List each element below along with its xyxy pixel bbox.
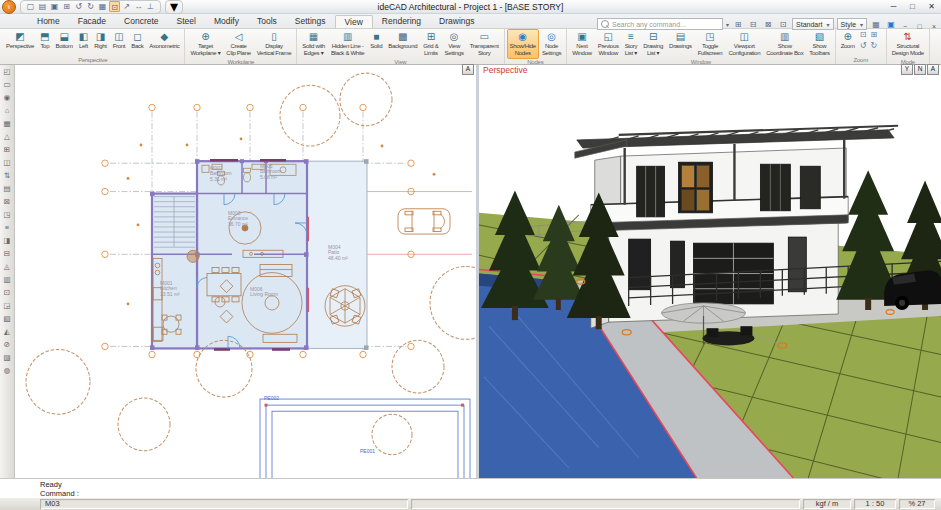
perspective-corner-button-a[interactable]: A <box>927 64 939 75</box>
perspective-viewport[interactable]: Perspective YNA <box>479 63 941 478</box>
perspective-corner-button-n[interactable]: N <box>914 64 926 75</box>
zoom-previous-button[interactable]: ↺ <box>858 40 869 51</box>
measure-icon[interactable]: ↗ <box>121 1 132 12</box>
bottom-button[interactable]: ⬓Bottom <box>53 29 76 57</box>
tab-rendering[interactable]: Rendering <box>373 15 430 28</box>
delete-style-icon[interactable]: ⊠ <box>762 19 774 30</box>
tab-view[interactable]: View <box>335 15 373 28</box>
dimension-tool-icon[interactable]: ⊟ <box>1 248 13 259</box>
standart-combo[interactable]: Standart ▾ <box>792 18 833 30</box>
show-hide-nodes-button[interactable]: ◉Show/Hide Nodes <box>507 29 539 59</box>
tab-facade[interactable]: Facade <box>69 15 115 28</box>
column-tool-icon[interactable]: ▦ <box>1 118 13 129</box>
door-tool-icon[interactable]: ⇅ <box>1 170 13 181</box>
new-file-icon[interactable]: ▢ <box>25 1 36 12</box>
drawing-list-button[interactable]: ⊟Drawing List ▾ <box>640 29 666 59</box>
hidden-line-black-white-button[interactable]: ▥Hidden Line - Black & White <box>328 29 367 59</box>
target-workplane-button[interactable]: ⊕Target Workplane ▾ <box>187 29 223 59</box>
axonometric-button[interactable]: ◆Axonometric <box>146 29 182 57</box>
style-manager-icon[interactable]: ▦ <box>870 19 882 30</box>
perspective-corner-button-y[interactable]: Y <box>901 64 913 75</box>
left-button[interactable]: ◧Left <box>76 29 91 57</box>
mirror-tool-icon[interactable]: ◭ <box>1 326 13 337</box>
zoom-button[interactable]: ⊕Zoom <box>838 29 858 57</box>
doc-restore-button[interactable]: □ <box>915 23 925 30</box>
doc-close-button[interactable]: × <box>929 23 939 30</box>
next-window-button[interactable]: ▣Next Window <box>569 29 595 59</box>
beam-tool-icon[interactable]: △ <box>1 131 13 142</box>
doc-minimize-button[interactable]: − <box>900 23 910 30</box>
tab-settings[interactable]: Settings <box>286 15 335 28</box>
close-button[interactable]: ✕ <box>922 0 941 13</box>
trim-tool-icon[interactable]: ⊘ <box>1 339 13 350</box>
plan-corner-button[interactable]: A <box>462 64 474 75</box>
plan-canvas[interactable] <box>14 63 476 478</box>
tab-drawings[interactable]: Drawings <box>430 15 483 28</box>
redo-icon[interactable]: ↻ <box>85 1 96 12</box>
toggle-fullscreen-button[interactable]: ◳Toggle Fullscreen <box>695 29 726 59</box>
window-tool-icon[interactable]: ▤ <box>1 183 13 194</box>
wall-tool-icon[interactable]: ⊞ <box>1 144 13 155</box>
text-tool-icon[interactable]: ◬ <box>1 261 13 272</box>
roof-tool-icon[interactable]: ◳ <box>1 209 13 220</box>
story-list-button[interactable]: ≡Story List ▾ <box>622 29 641 59</box>
tab-modify[interactable]: Modify <box>205 15 248 28</box>
layers-tool-icon[interactable]: ⌂ <box>1 105 13 116</box>
style-combo[interactable]: Style ▾ <box>837 18 868 30</box>
apply-style-icon[interactable]: ⊡ <box>777 19 789 30</box>
image-export-icon[interactable]: ▦ <box>97 1 108 12</box>
perspective-button[interactable]: ◩Perspective <box>3 29 37 57</box>
search-dropdown-icon[interactable]: ▾ <box>726 21 729 28</box>
tab-tools[interactable]: Tools <box>248 15 286 28</box>
dimension-icon[interactable]: ↔ <box>133 1 144 12</box>
quick-access-overflow-icon[interactable]: ▾ <box>165 0 183 14</box>
command-line-area[interactable]: Ready Command : <box>0 478 941 498</box>
rotate-tool-icon[interactable]: ▧ <box>1 313 13 324</box>
library-icon[interactable]: ⊞ <box>61 1 72 12</box>
back-button[interactable]: ◻Back <box>128 29 146 57</box>
view-settings-button[interactable]: ◎View Settings <box>441 29 466 59</box>
hatch-tool-icon[interactable]: ▥ <box>1 274 13 285</box>
maximize-button[interactable]: □ <box>903 0 922 13</box>
axis-icon[interactable]: ⊥ <box>145 1 156 12</box>
top-button[interactable]: ⬒Top <box>37 29 52 57</box>
show-toolbars-button[interactable]: ▧Show Toolbars <box>806 29 832 59</box>
slab-tool-icon[interactable]: ◫ <box>1 157 13 168</box>
background-button[interactable]: ▩Background <box>385 29 420 59</box>
create-clip-plane-button[interactable]: ◁Create Clip Plane <box>223 29 253 59</box>
minimize-button[interactable]: ─ <box>884 0 903 13</box>
zoom-tool-icon[interactable]: ▭ <box>1 79 13 90</box>
tab-home[interactable]: Home <box>28 15 69 28</box>
viewport-configuration-button[interactable]: ◫Viewport Configuration <box>725 29 763 59</box>
solid-button[interactable]: ■Solid <box>367 29 385 59</box>
transparent-story-button[interactable]: ▭Transparent Story <box>467 29 502 59</box>
front-button[interactable]: ◫Front <box>110 29 129 57</box>
export-icon[interactable]: ⊟ <box>747 19 759 30</box>
orbit-button[interactable]: ↻ <box>868 40 879 51</box>
solid-with-edges-button[interactable]: ▦Solid with Edges ▾ <box>299 29 328 59</box>
copy-tool-icon[interactable]: ⊡ <box>1 287 13 298</box>
move-tool-icon[interactable]: ◲ <box>1 300 13 311</box>
node-settings-button[interactable]: ◎Node Settings <box>539 29 564 59</box>
snap-settings-icon[interactable]: ⊡ <box>109 1 120 12</box>
help-icon[interactable]: ▣ <box>885 19 897 30</box>
grid-limits-button[interactable]: ⊞Grid & Limits <box>420 29 441 59</box>
drawings-button[interactable]: ▤Drawings <box>666 29 695 59</box>
command-search-input[interactable]: Search any command... <box>597 18 723 30</box>
pan-tool-icon[interactable]: ◉ <box>1 92 13 103</box>
select-tool-icon[interactable]: ◰ <box>1 66 13 77</box>
stairs-tool-icon[interactable]: ⊠ <box>1 196 13 207</box>
structural-design-mode-button[interactable]: ⇅Structural Design Mode <box>889 29 927 59</box>
tab-concrete[interactable]: Concrete <box>115 15 168 28</box>
open-file-icon[interactable]: ▤ <box>37 1 48 12</box>
save-file-icon[interactable]: ▣ <box>49 1 60 12</box>
axis-tool-icon[interactable]: ◨ <box>1 235 13 246</box>
perspective-canvas[interactable] <box>479 63 941 478</box>
import-icon[interactable]: ⊞ <box>732 19 744 30</box>
undo-icon[interactable]: ↺ <box>73 1 84 12</box>
previous-window-button[interactable]: ◱Previous Window <box>595 29 622 59</box>
plan-viewport[interactable]: A M002Bathroom5.31 m²M005Bathroom5.68 m²… <box>14 63 479 478</box>
display-vertical-frame-button[interactable]: ▯Display Vertical Frame <box>254 29 294 59</box>
right-button[interactable]: ◨Right <box>91 29 110 57</box>
tab-steel[interactable]: Steel <box>168 15 205 28</box>
